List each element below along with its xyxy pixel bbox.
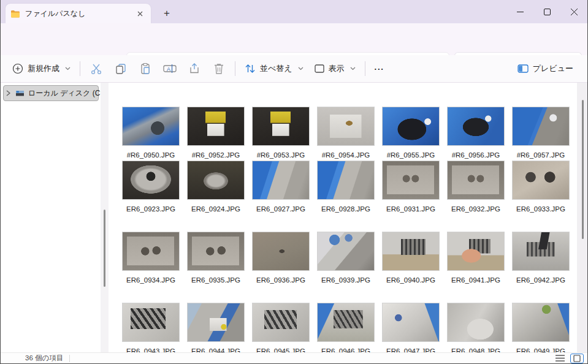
file-item[interactable]: #R6_0950.JPG [123,107,179,160]
close-button[interactable] [560,0,587,23]
file-thumbnail [513,303,569,341]
sort-button[interactable]: 並べ替え [239,58,309,79]
sidebar-item-label: ローカル ディスク (C:) [28,88,105,99]
file-thumbnail [448,303,504,341]
item-count: 36 個の項目 [25,354,63,363]
paste-button[interactable] [133,58,158,79]
file-name: ER6_0932.JPG [448,204,504,214]
file-item[interactable]: ER6_0924.JPG [188,161,244,214]
share-button[interactable] [182,58,207,79]
tab-title: ファイルパスなし [25,9,134,19]
file-item[interactable]: ER6_0943.JPG [123,303,179,352]
file-thumbnail [188,232,244,270]
command-bar: 新規作成 A [1,55,587,83]
file-item[interactable]: #R6_0953.JPG [253,107,309,160]
file-thumbnail [318,161,374,199]
file-name: ER6_0935.JPG [188,275,244,285]
tab-bar: ファイルパスなし + [1,0,587,23]
file-name: ER6_0936.JPG [253,275,309,285]
copy-icon [115,63,127,75]
sidebar-item-local-disk-c[interactable]: ローカル ディスク (C:) [3,85,99,101]
file-name: ER6_0942.JPG [513,275,569,285]
file-thumbnail [123,303,179,341]
file-item[interactable]: ER6_0932.JPG [448,161,504,214]
file-item[interactable]: #R6_0954.JPG [318,107,374,160]
file-item[interactable]: #R6_0956.JPG [448,107,504,160]
file-item[interactable]: ER6_0940.JPG [383,232,439,285]
chevron-down-icon [350,67,356,70]
file-item[interactable]: ER6_0931.JPG [383,161,439,214]
copy-button[interactable] [109,58,133,79]
file-thumbnail [448,107,504,145]
explorer-window: ファイルパスなし + › ··· [0,0,588,364]
file-thumbnail [383,232,439,270]
file-name: ER6_0941.JPG [448,275,504,285]
file-name: ER6_0949.JPG [513,346,569,352]
more-button[interactable]: ··· [369,58,390,79]
trash-icon [213,63,224,75]
file-name: ER6_0940.JPG [383,275,439,285]
file-item[interactable]: ER6_0928.JPG [318,161,374,214]
file-item[interactable]: ER6_0947.JPG [383,303,439,352]
details-view-icon[interactable] [553,354,567,363]
file-thumbnail [253,161,309,199]
svg-text:A: A [167,66,170,72]
file-item[interactable]: #R6_0957.JPG [513,107,569,160]
file-item[interactable]: ER6_0941.JPG [448,232,504,285]
file-item[interactable]: #R6_0955.JPG [383,107,439,160]
file-thumbnail [253,107,309,145]
file-item[interactable]: ER6_0946.JPG [318,303,374,352]
file-item[interactable]: #R6_0952.JPG [188,107,244,160]
file-item[interactable]: ER6_0936.JPG [253,232,309,285]
maximize-button[interactable] [533,0,560,23]
preview-button[interactable]: プレビュー [512,58,579,79]
chevron-right-icon[interactable] [6,90,10,96]
file-name: ER6_0928.JPG [318,204,374,214]
file-item[interactable]: ER6_0927.JPG [253,161,309,214]
file-item[interactable]: ER6_0942.JPG [513,232,569,285]
new-tab-button[interactable]: + [159,6,175,21]
content-scrollbar-thumb[interactable] [582,100,584,239]
navigation-pane: ローカル ディスク (C:) [1,83,101,352]
file-item[interactable]: ER6_0945.JPG [253,303,309,352]
file-item[interactable]: ER6_0948.JPG [448,303,504,352]
file-thumbnail [383,107,439,145]
sidebar-scrollbar[interactable] [101,83,109,352]
paste-icon [139,63,151,75]
file-name: #R6_0955.JPG [383,150,439,160]
sidebar-scrollbar-thumb[interactable] [104,210,105,287]
file-item[interactable]: ER6_0933.JPG [513,161,569,214]
file-item[interactable]: ER6_0944.JPG [188,303,244,352]
file-name: ER6_0933.JPG [513,204,569,214]
file-name: ER6_0931.JPG [383,204,439,214]
tab-close-icon[interactable] [134,7,146,20]
large-icons-view-icon[interactable] [570,354,584,363]
file-thumbnail [318,303,374,341]
preview-pane-icon [517,64,529,73]
status-bar: 36 個の項目 [1,352,587,363]
file-thumbnail [448,232,504,270]
chevron-down-icon [65,67,71,70]
file-name: #R6_0956.JPG [448,150,504,160]
folder-icon [10,10,20,18]
ellipsis-icon: ··· [375,64,384,74]
file-thumbnail [253,303,309,341]
file-name: ER6_0943.JPG [123,346,179,352]
view-button[interactable]: 表示 [309,58,361,79]
file-thumbnail [253,232,309,270]
content-scrollbar[interactable] [577,83,588,352]
file-thumbnail [448,161,504,199]
new-button[interactable]: 新規作成 [7,58,76,79]
file-item[interactable]: ER6_0935.JPG [188,232,244,285]
file-item[interactable]: ER6_0923.JPG [123,161,179,214]
rename-button[interactable]: A [158,58,182,79]
tab-file-path[interactable]: ファイルパスなし [6,4,151,23]
file-item[interactable]: ER6_0949.JPG [513,303,569,352]
cut-button[interactable] [84,58,109,79]
file-item[interactable]: ER6_0934.JPG [123,232,179,285]
delete-button[interactable] [207,58,231,79]
minimize-button[interactable] [506,0,533,23]
file-thumbnail [123,161,179,199]
file-item[interactable]: ER6_0939.JPG [318,232,374,285]
file-name: #R6_0953.JPG [253,150,309,160]
